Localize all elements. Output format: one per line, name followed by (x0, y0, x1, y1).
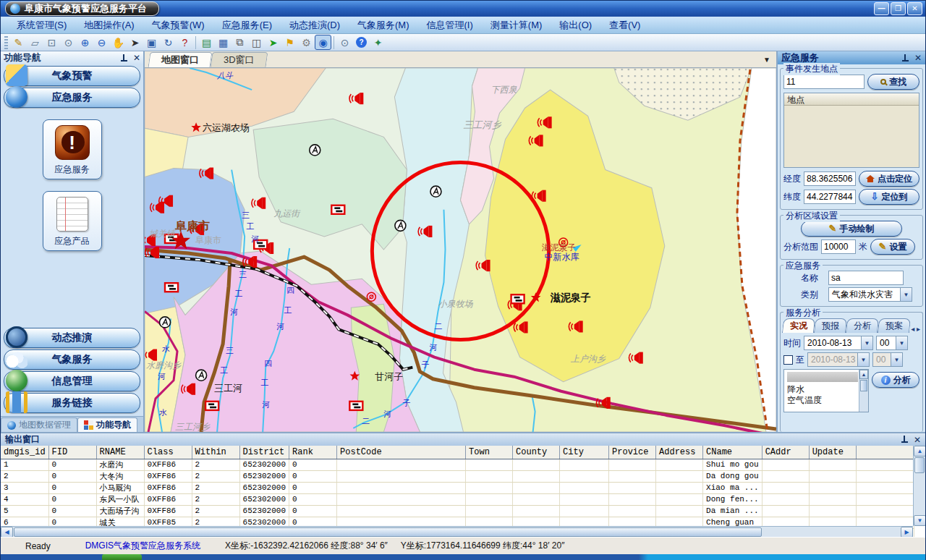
table-row[interactable]: 30小马厩沟0XFF8626523020000Xiao ma ... (1, 482, 914, 493)
chevron-down-icon[interactable]: ▼ (763, 56, 770, 64)
to-checkbox[interactable] (783, 355, 793, 365)
pin-icon[interactable] (901, 436, 908, 444)
date-picker[interactable]: 2010-08-13 ▼ (804, 336, 873, 350)
flag-icon[interactable] (349, 402, 362, 410)
select-rect-icon[interactable]: ⊡ (43, 35, 60, 50)
scroll-thumb[interactable] (914, 457, 925, 473)
column-header[interactable]: Town (466, 446, 513, 459)
placemark-icon[interactable]: ⚑ (281, 35, 298, 50)
hour-picker[interactable]: 00 ▼ (876, 336, 908, 350)
service-name-input[interactable] (828, 271, 904, 285)
close-icon[interactable]: ✕ (133, 54, 140, 62)
sidebar-item-weather-warning[interactable]: 气象预警 (4, 66, 140, 86)
select-circle-icon[interactable]: ⊙ (60, 35, 77, 50)
sidebar-item-info-manage[interactable]: 信息管理 (4, 371, 140, 391)
latitude-input[interactable] (804, 190, 856, 204)
location-list[interactable]: 地点 (783, 93, 919, 168)
search-button[interactable]: 查找 (867, 74, 919, 90)
pointer-icon[interactable]: ➤ (127, 35, 143, 50)
tab-map-data-manage[interactable]: 地图数据管理 (1, 417, 77, 432)
list-item[interactable]: 空气温度 (784, 395, 868, 406)
globe-active-icon[interactable]: ◉ (315, 35, 331, 50)
sidebar-item-dynamic-deduce[interactable]: 动态推演 (4, 328, 140, 348)
chevron-down-icon[interactable]: ▼ (861, 336, 872, 349)
analysis-range-input[interactable] (821, 239, 856, 254)
tab-scroll-arrows[interactable]: ◂ ▸ (911, 325, 920, 333)
menu-item-weather-service[interactable]: 气象服务(M) (349, 17, 418, 34)
results-table[interactable]: dmgis_idFIDRNAMEClassWithinDistrictRankP… (1, 446, 914, 537)
to-hour-picker[interactable]: 00 ▼ (872, 352, 903, 367)
column-header[interactable]: FID (48, 446, 96, 459)
column-header[interactable]: District (239, 446, 289, 459)
table-row[interactable]: 50大面场子沟0XFF8626523020000Da mian ... (1, 505, 914, 517)
sidebar-item-emergency-service[interactable]: 应急服务 (4, 88, 140, 108)
flag-icon[interactable] (511, 294, 524, 303)
map-viewport[interactable]: 六运湖农场三工河乡下西泉九运街阜康市城关镇阜康市滋泥泉子中新水库滋泥泉子小泉牧场… (145, 68, 776, 432)
flag-icon[interactable] (165, 283, 178, 292)
menu-item-output[interactable]: 输出(O) (551, 17, 600, 34)
zoom-in-icon[interactable]: ⊕ (77, 35, 93, 50)
layers-icon[interactable]: ▤ (198, 35, 215, 50)
menu-item-info-manage[interactable]: 信息管理(I) (418, 17, 482, 34)
menu-item-system[interactable]: 系统管理(S) (8, 17, 75, 34)
scroll-down-icon[interactable]: ▼ (914, 515, 925, 526)
column-header[interactable]: Update (809, 446, 856, 459)
settings-icon[interactable]: ⚙ (298, 35, 315, 50)
scroll-up-icon[interactable]: ▲ (914, 446, 925, 457)
menu-item-emergency-service[interactable]: 应急服务(E) (213, 17, 281, 34)
nav-button-emergency-service[interactable]: 应急服务 (43, 119, 102, 179)
flag-icon[interactable] (205, 402, 218, 410)
full-extent-icon[interactable]: ▣ (143, 35, 160, 50)
tab-analysis[interactable]: 分析 (846, 318, 879, 333)
column-header[interactable]: Class (144, 446, 192, 459)
scroll-thumb[interactable] (860, 380, 867, 391)
column-header[interactable]: County (513, 446, 560, 459)
measure-icon[interactable]: ✎ (10, 35, 27, 50)
export-image-icon[interactable]: ✦ (370, 35, 386, 50)
sidebar-item-service-link[interactable]: 服务链接 (4, 393, 140, 413)
menu-item-measure-calc[interactable]: 测量计算(M) (482, 17, 551, 34)
sidebar-item-weather-service[interactable]: 气象服务 (4, 349, 140, 370)
identify-icon[interactable]: ? (177, 35, 193, 50)
list-item[interactable]: 降水 (784, 384, 868, 395)
station-icon[interactable] (160, 317, 171, 328)
click-locate-button[interactable]: 点击定位 (859, 171, 919, 187)
column-header[interactable]: Within (192, 446, 239, 459)
help-icon[interactable]: ? (353, 35, 370, 50)
column-header[interactable]: CName (703, 446, 763, 459)
nav-button-emergency-product[interactable]: 应急产品 (43, 191, 102, 251)
location-search-input[interactable] (783, 75, 865, 89)
tab-function-nav[interactable]: 功能导航 (77, 417, 137, 432)
column-header[interactable]: CAddr (762, 446, 809, 459)
column-header[interactable]: Rank (289, 446, 337, 459)
tab-live[interactable]: 实况 (782, 318, 815, 333)
print-icon[interactable]: ⧉ (232, 35, 248, 50)
element-list[interactable]: 降水空气温度 ▲ (783, 369, 869, 412)
station-icon[interactable] (395, 220, 406, 231)
scroll-thumb[interactable] (14, 527, 762, 537)
menu-item-view[interactable]: 查看(V) (600, 17, 649, 34)
close-icon[interactable]: ✕ (914, 436, 921, 444)
set-range-button[interactable]: ✎ 设置 (870, 239, 915, 255)
column-header[interactable]: RNAME (96, 446, 144, 459)
manual-draw-button[interactable]: ✎ 手动绘制 (801, 221, 902, 237)
map-canvas[interactable]: 六运湖农场三工河乡下西泉九运街阜康市城关镇阜康市滋泥泉子中新水库滋泥泉子小泉牧场… (145, 68, 776, 432)
column-header[interactable]: dmgis_id (1, 446, 48, 459)
station-icon[interactable] (310, 145, 320, 156)
refresh-icon[interactable]: ↻ (160, 35, 177, 50)
chevron-down-icon[interactable]: ▼ (900, 288, 912, 301)
tab-plan[interactable]: 预案 (878, 318, 911, 333)
scroll-left-icon[interactable]: ◀ (1, 527, 13, 538)
menu-item-map-operate[interactable]: 地图操作(A) (75, 17, 143, 34)
eye-icon[interactable]: ⊙ (336, 35, 353, 50)
pointer-green-icon[interactable]: ➤ (265, 35, 281, 50)
restore-button[interactable]: ❐ (891, 2, 906, 15)
pin-icon[interactable] (121, 54, 127, 62)
to-date-picker[interactable]: 2010-08-13 ▼ (807, 352, 870, 367)
vertical-scrollbar[interactable]: ▲ ▼ (913, 446, 925, 526)
list-scrollbar[interactable]: ▲ (859, 370, 868, 412)
column-header[interactable]: Address (656, 446, 703, 459)
select-pointer-icon[interactable]: ▱ (27, 35, 43, 50)
zoom-out-icon[interactable]: ⊖ (93, 35, 110, 50)
column-header[interactable]: PostCode (337, 446, 466, 459)
